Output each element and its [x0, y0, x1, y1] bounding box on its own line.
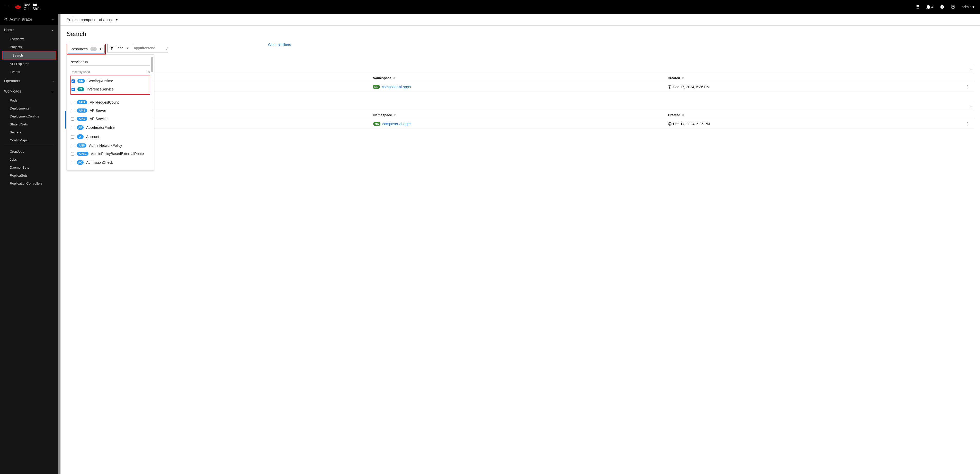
caret-down-icon: ▾ [972, 5, 974, 9]
nav-workloads-pods[interactable]: Pods [0, 97, 58, 105]
resource-option[interactable]: APIRAPIRequestCount [70, 98, 150, 106]
table-row: NS composer-ai-apps Dec 17, 2024, 5:36 P… [67, 82, 974, 92]
nav-workloads-daemonsets[interactable]: DaemonSets [0, 163, 58, 171]
resource-badge-icon: A [77, 134, 84, 140]
nav-home-projects[interactable]: Projects [0, 43, 58, 51]
resource-name: AdmissionCheck [86, 160, 113, 165]
nav-home-search[interactable]: Search [3, 51, 56, 59]
sidebar-scrollbar[interactable] [58, 14, 60, 474]
close-icon[interactable]: ✕ [147, 70, 150, 74]
section-toggle[interactable]: ⌄ [970, 105, 974, 108]
col-namespace[interactable]: Namespace [373, 113, 392, 117]
nav-workloads-cronjobs[interactable]: CronJobs [0, 147, 58, 155]
resource-checkbox[interactable] [71, 144, 74, 147]
svg-rect-5 [918, 5, 919, 6]
kebab-menu[interactable]: ⋮ [963, 84, 973, 89]
chevron-down-icon: ⌄ [51, 28, 54, 32]
user-menu[interactable]: admin ▾ [962, 5, 974, 9]
globe-icon [668, 85, 671, 89]
col-created[interactable]: Created [668, 76, 680, 80]
sort-icon[interactable]: ⇵ [393, 114, 396, 117]
resource-search-input[interactable] [70, 59, 150, 66]
app-launcher-icon[interactable] [915, 5, 920, 9]
col-namespace[interactable]: Namespace [373, 76, 391, 80]
nav-home[interactable]: Home ⌄ [0, 25, 58, 35]
resource-option[interactable]: APBEAdminPolicyBasedExternalRoute [70, 150, 150, 158]
nav-workloads-jobs[interactable]: Jobs [0, 155, 58, 163]
resource-name: ServingRuntime [88, 79, 113, 83]
slash-hint: / [165, 47, 167, 51]
clear-all-filters-link[interactable]: Clear all filters [268, 43, 291, 47]
resource-badge-icon: APIS [77, 108, 87, 113]
resource-name: APIRequestCount [90, 100, 119, 105]
kebab-menu[interactable]: ⋮ [963, 121, 973, 126]
resource-checkbox[interactable] [71, 126, 74, 129]
svg-rect-8 [918, 6, 919, 7]
resources-filter-button[interactable]: Resources 2 ▼ [68, 45, 105, 54]
resource-checkbox[interactable] [71, 109, 74, 113]
brand-line1: Red Hat [24, 3, 40, 7]
resource-checkbox[interactable] [72, 88, 75, 91]
namespace-badge: NS [373, 122, 380, 126]
sort-icon[interactable]: ⇵ [682, 114, 684, 117]
caret-down-icon[interactable]: ▼ [115, 18, 118, 22]
nav-home-api-explorer[interactable]: API Explorer [0, 60, 58, 68]
label-filter-input[interactable] [132, 44, 168, 52]
nav-workloads[interactable]: Workloads ⌄ [0, 86, 58, 97]
nav-toggle[interactable] [0, 0, 13, 14]
resource-option[interactable]: APAcceleratorProfile [70, 123, 150, 132]
svg-rect-10 [917, 8, 918, 8]
brand-line2: OpenShift [24, 7, 40, 11]
svg-rect-4 [917, 5, 918, 6]
nav-operators[interactable]: Operators › [0, 76, 58, 86]
chevron-down-icon: ⌄ [51, 89, 54, 93]
namespace-badge: NS [373, 85, 380, 89]
resource-option[interactable]: ANPAdminNetworkPolicy [70, 141, 150, 150]
resource-badge-icon: APBE [77, 152, 89, 156]
resource-option[interactable]: APISAPIService [70, 115, 150, 123]
nav-workloads-configmaps[interactable]: ConfigMaps [0, 136, 58, 144]
nav-workloads-secrets[interactable]: Secrets [0, 128, 58, 136]
dropdown-scrollbar[interactable] [151, 57, 153, 72]
resource-checkbox[interactable] [71, 135, 74, 138]
notification-count: 4 [931, 5, 934, 9]
perspective-switcher[interactable]: ⚙Administrator ▾ [0, 14, 58, 25]
resource-checkbox[interactable] [72, 79, 75, 83]
resource-checkbox[interactable] [71, 101, 74, 104]
help-button[interactable]: ? [951, 5, 955, 9]
resource-checkbox[interactable] [71, 152, 74, 155]
nav-home-overview[interactable]: Overview [0, 35, 58, 43]
namespace-link[interactable]: composer-ai-apps [382, 122, 411, 126]
section-toggle[interactable]: ⌄ [970, 68, 974, 71]
resources-count-badge: 2 [90, 47, 97, 51]
resource-name: Account [86, 135, 99, 139]
resource-option[interactable]: SRServingRuntime [71, 77, 149, 85]
svg-point-2 [16, 5, 20, 7]
sort-icon[interactable]: ⇵ [682, 77, 684, 80]
nav-workloads-statefulsets[interactable]: StatefulSets [0, 120, 58, 128]
nav-workloads-replicasets[interactable]: ReplicaSets [0, 171, 58, 179]
page-title: Search [67, 30, 974, 38]
resource-option[interactable]: ISInferenceService [71, 85, 149, 93]
nav-workloads-deployments[interactable]: Deployments [0, 105, 58, 113]
nav-workloads-deploymentconfigs[interactable]: DeploymentConfigs [0, 113, 58, 120]
col-created[interactable]: Created [668, 113, 680, 117]
redhat-logo-icon [14, 4, 22, 10]
label-filter-button[interactable]: Label ▼ [107, 44, 132, 52]
notifications-button[interactable]: 4 [926, 5, 934, 9]
resource-name: AdminNetworkPolicy [89, 143, 122, 147]
namespace-link[interactable]: composer-ai-apps [382, 85, 411, 89]
project-selector[interactable]: Project: composer-ai-apps [67, 17, 111, 22]
import-button[interactable] [940, 5, 944, 9]
svg-rect-7 [917, 6, 918, 7]
resource-badge-icon: AC [77, 160, 84, 165]
chevron-right-icon: › [53, 79, 54, 83]
resource-option[interactable]: AAccount [70, 132, 150, 141]
resource-checkbox[interactable] [71, 161, 74, 164]
nav-workloads-replicationcontrollers[interactable]: ReplicationControllers [0, 179, 58, 187]
resource-checkbox[interactable] [71, 117, 74, 120]
resource-option[interactable]: ACAdmissionCheck [70, 158, 150, 167]
nav-home-events[interactable]: Events [0, 68, 58, 76]
sort-icon[interactable]: ⇵ [393, 77, 395, 80]
resource-option[interactable]: APISAPIServer [70, 106, 150, 115]
